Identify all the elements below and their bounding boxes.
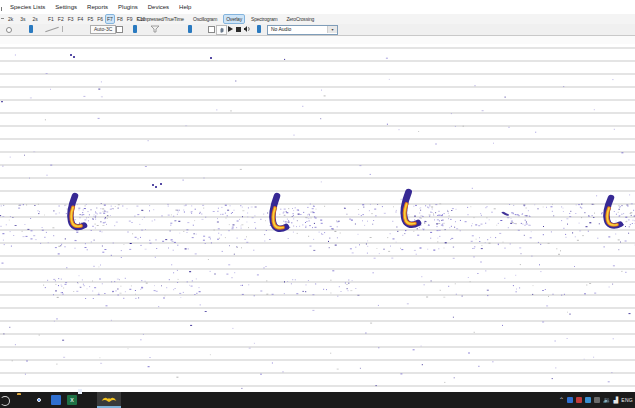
- pan-hand-button[interactable]: [216, 25, 227, 35]
- tray-app-icon-1[interactable]: [567, 397, 573, 403]
- noise-speckle: [84, 208, 86, 209]
- noise-speckle: [400, 373, 402, 374]
- noise-speckle: [120, 293, 122, 294]
- volume-slider-handle[interactable]: [257, 25, 261, 33]
- noise-speckle: [86, 204, 87, 205]
- fkey-f5[interactable]: F5: [86, 15, 94, 23]
- tray-app-icon-3[interactable]: [585, 397, 591, 403]
- auto-mode-button[interactable]: Auto-3C: [90, 25, 116, 34]
- spectrogram-canvas[interactable]: [0, 44, 635, 392]
- view-tab-spectrogram[interactable]: Spectrogram: [249, 15, 279, 23]
- noise-speckle: [421, 215, 422, 216]
- noise-speckle: [429, 205, 430, 206]
- noise-speckle: [593, 217, 594, 218]
- noise-speckle: [439, 230, 440, 231]
- slider-handle-3[interactable]: [188, 25, 192, 33]
- fkey-f4[interactable]: F4: [77, 15, 85, 23]
- noise-speckle: [453, 317, 454, 318]
- slider-handle-2[interactable]: [133, 25, 137, 33]
- quick-button-3s[interactable]: 3s: [19, 15, 26, 23]
- noise-speckle: [9, 327, 10, 328]
- noise-speckle: [443, 297, 445, 298]
- knob-fragment-icon[interactable]: [6, 27, 12, 33]
- fkey-f7[interactable]: F7: [106, 15, 114, 23]
- fkey-f9[interactable]: F9: [126, 15, 134, 23]
- stop-icon[interactable]: [236, 27, 241, 32]
- chevron-down-icon[interactable]: ▾: [327, 26, 337, 33]
- auto-mode-checkbox[interactable]: [116, 26, 123, 33]
- weak-bat-call[interactable]: [503, 213, 508, 215]
- fkey-f6[interactable]: F6: [96, 15, 104, 23]
- tray-app-icon-4[interactable]: [594, 397, 600, 403]
- audio-output-select[interactable]: No Audio ▾: [267, 25, 338, 35]
- noise-speckle: [183, 210, 184, 211]
- fkey-f8[interactable]: F8: [116, 15, 124, 23]
- noise-speckle: [187, 222, 189, 223]
- active-bat-app-button[interactable]: [97, 392, 121, 408]
- audio-checkbox[interactable]: [208, 26, 215, 33]
- overlay-spectrogram-view[interactable]: [0, 44, 635, 392]
- taskbar-app-icon-blue[interactable]: [51, 395, 61, 405]
- bat-call[interactable]: [404, 192, 418, 225]
- fkey-f3[interactable]: F3: [67, 15, 75, 23]
- noise-speckle: [196, 278, 197, 279]
- slope-slider-icon[interactable]: [45, 27, 59, 32]
- noise-speckle: [555, 367, 556, 368]
- network-tray-icon[interactable]: ▟: [614, 392, 619, 408]
- tray-chevron-icon[interactable]: ⌃: [559, 392, 564, 408]
- noise-speckle: [44, 237, 45, 238]
- noise-speckle: [438, 230, 439, 231]
- menu-settings[interactable]: Settings: [55, 4, 77, 10]
- quick-button-2k[interactable]: 2k: [7, 15, 14, 23]
- noise-speckle: [103, 222, 105, 223]
- fkey-f1[interactable]: F1: [47, 15, 55, 23]
- noise-speckle: [62, 340, 64, 341]
- bat-call[interactable]: [606, 198, 620, 226]
- noise-speckle: [96, 213, 97, 214]
- noise-speckle: [30, 97, 32, 98]
- noise-speckle: [413, 206, 414, 207]
- slider-handle-1[interactable]: [29, 25, 33, 33]
- view-tab-compressed-truetime[interactable]: Compressed/TrueTime: [135, 15, 186, 23]
- noise-speckle: [489, 243, 491, 244]
- noise-speckle: [289, 227, 290, 228]
- noise-speckle: [141, 280, 142, 281]
- quick-button-2s[interactable]: 2s: [32, 15, 39, 23]
- tray-app-icon-2[interactable]: [576, 397, 582, 403]
- volume-tray-icon[interactable]: 🔉: [603, 392, 611, 408]
- view-tab-overlay[interactable]: Overlay: [224, 15, 244, 23]
- filter-funnel-icon[interactable]: [150, 25, 160, 34]
- view-tab-zerocrossing[interactable]: ZeroCrossing: [284, 15, 316, 23]
- noise-speckle: [449, 215, 450, 216]
- menu-reports[interactable]: Reports: [87, 4, 108, 10]
- noise-speckle: [452, 208, 454, 209]
- menu-help[interactable]: Help: [179, 4, 191, 10]
- excel-icon[interactable]: x: [67, 395, 77, 405]
- noise-speckle: [129, 249, 131, 250]
- noise-speckle: [437, 215, 438, 216]
- noise-speckle: [154, 290, 156, 291]
- language-indicator[interactable]: ENG: [621, 397, 633, 403]
- noise-speckle: [389, 79, 390, 80]
- noise-speckle: [531, 256, 532, 257]
- menu-devices[interactable]: Devices: [148, 4, 169, 10]
- noise-speckle: [43, 285, 44, 286]
- noise-speckle: [553, 215, 554, 216]
- noise-speckle: [82, 215, 83, 216]
- cortana-circle-icon[interactable]: [0, 396, 10, 406]
- noise-speckle: [252, 217, 254, 218]
- noise-speckle: [77, 282, 78, 283]
- noise-speckle: [168, 204, 169, 205]
- noise-speckle: [191, 213, 192, 214]
- noise-speckle: [10, 231, 11, 232]
- noise-speckle: [55, 290, 57, 291]
- noise-speckle: [521, 253, 522, 254]
- menu-species-lists[interactable]: Species Lists: [10, 4, 45, 10]
- fkey-f2[interactable]: F2: [57, 15, 65, 23]
- menu-plugins[interactable]: Plugins: [118, 4, 138, 10]
- volume-icon[interactable]: [244, 26, 251, 32]
- noise-speckle: [185, 125, 187, 126]
- view-tab-oscillogram[interactable]: Oscillogram: [191, 15, 219, 23]
- noise-speckle: [31, 238, 33, 239]
- play-icon[interactable]: [228, 26, 233, 32]
